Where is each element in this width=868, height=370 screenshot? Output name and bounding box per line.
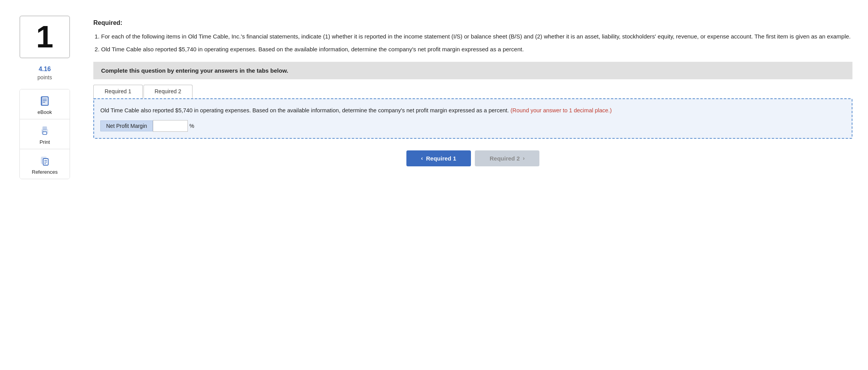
round-note: (Round your answer to 1 decimal place.) — [511, 107, 612, 113]
sidebar-item-references[interactable]: References — [20, 149, 70, 179]
tab2-content-area: Old Time Cable also reported $5,740 in o… — [93, 98, 852, 139]
instructions: For each of the following items in Old T… — [93, 32, 852, 62]
sidebar-item-ebook[interactable]: eBook — [20, 89, 70, 119]
references-icon — [38, 155, 51, 167]
back-button[interactable]: ‹ Required 1 — [406, 150, 471, 166]
tabs-container: Required 1 Required 2 — [93, 85, 852, 98]
tab-required1[interactable]: Required 1 — [93, 85, 143, 98]
net-profit-row: Net Profit Margin % — [100, 120, 845, 132]
book-icon — [38, 95, 51, 107]
complete-banner: Complete this question by entering your … — [93, 62, 852, 79]
sidebar-item-print[interactable]: Print — [20, 119, 70, 149]
svg-rect-8 — [43, 132, 47, 134]
required-heading: Required: — [93, 19, 852, 26]
net-profit-input[interactable] — [153, 120, 188, 132]
question-number-box: 1 — [19, 16, 70, 58]
svg-rect-7 — [43, 127, 47, 130]
points-label: points — [37, 74, 52, 80]
percent-symbol: % — [189, 123, 194, 129]
question-number: 1 — [36, 19, 54, 55]
tab-required2[interactable]: Required 2 — [144, 85, 193, 98]
net-profit-label: Net Profit Margin — [100, 120, 153, 131]
ebook-label: eBook — [38, 109, 52, 115]
next-button-label: Required 2 — [490, 155, 520, 162]
main-content: Required: For each of the following item… — [82, 12, 868, 358]
print-icon — [38, 125, 51, 137]
back-button-label: Required 1 — [426, 155, 456, 162]
sidebar-tools: eBook Print — [19, 89, 70, 179]
tab2-instruction: Old Time Cable also reported $5,740 in o… — [100, 106, 845, 115]
instruction-1: For each of the following items in Old T… — [101, 32, 852, 41]
points-value: 4.16 — [38, 65, 51, 73]
back-chevron: ‹ — [421, 155, 423, 161]
svg-rect-5 — [41, 97, 42, 105]
instruction-2: Old Time Cable also reported $5,740 in o… — [101, 45, 852, 54]
left-sidebar: 1 4.16 points eBook — [12, 12, 82, 358]
references-label: References — [32, 169, 58, 175]
print-label: Print — [40, 139, 50, 145]
next-button: Required 2 › — [475, 150, 539, 166]
svg-point-9 — [42, 131, 43, 131]
next-chevron: › — [523, 155, 525, 161]
nav-buttons: ‹ Required 1 Required 2 › — [93, 150, 852, 166]
